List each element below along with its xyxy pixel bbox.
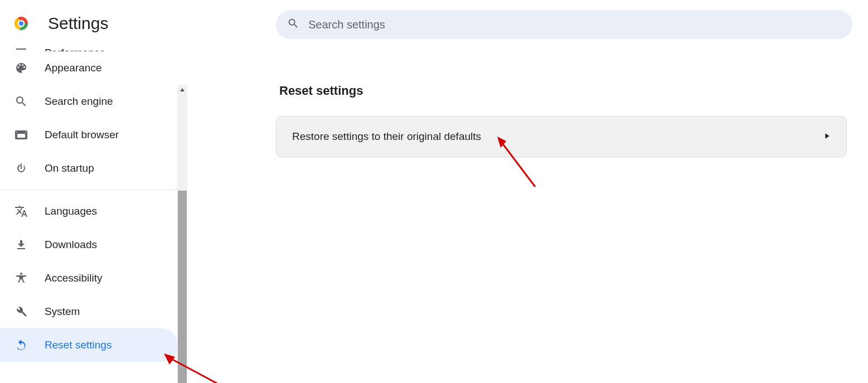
sidebar-item-label: Performance xyxy=(45,47,105,51)
section-title: Reset settings xyxy=(279,84,852,98)
wrench-icon xyxy=(14,305,28,318)
search-icon xyxy=(287,17,299,32)
scroll-up-arrow-icon[interactable] xyxy=(177,85,187,95)
sidebar-scrollbar[interactable] xyxy=(177,85,187,383)
browser-icon xyxy=(14,128,28,142)
app-title: Settings xyxy=(48,14,108,33)
sidebar-item-languages[interactable]: Languages xyxy=(0,195,178,228)
palette-icon xyxy=(14,61,28,75)
restore-defaults-label: Restore settings to their original defau… xyxy=(292,130,481,143)
sidebar-item-appearance[interactable]: Appearance xyxy=(0,51,178,85)
power-icon xyxy=(14,162,28,175)
sidebar-item-search-engine[interactable]: Search engine xyxy=(0,85,178,118)
translate-icon xyxy=(14,205,28,218)
sidebar-item-accessibility[interactable]: Accessibility xyxy=(0,261,178,295)
sidebar-item-label: Accessibility xyxy=(45,272,102,284)
download-icon xyxy=(14,238,28,251)
sidebar-item-downloads[interactable]: Downloads xyxy=(0,228,178,261)
sidebar-divider xyxy=(0,190,187,190)
sidebar-item-label: System xyxy=(45,306,80,318)
sidebar-item-label: Downloads xyxy=(45,239,97,251)
sidebar-item-label: Appearance xyxy=(45,62,101,74)
scrollbar-thumb[interactable] xyxy=(178,191,187,383)
main-content: Reset settings Restore settings to their… xyxy=(276,84,852,157)
sidebar-item-reset-settings[interactable]: Reset settings xyxy=(0,328,178,362)
svg-marker-3 xyxy=(180,88,185,91)
search-bar[interactable] xyxy=(276,10,852,39)
performance-icon xyxy=(14,46,28,51)
sidebar-item-label: Search engine xyxy=(45,95,113,108)
svg-marker-4 xyxy=(825,133,829,139)
sidebar: Performance Appearance Search engine Def… xyxy=(0,38,187,383)
sidebar-item-on-startup[interactable]: On startup xyxy=(0,152,178,185)
sidebar-item-performance[interactable]: Performance xyxy=(0,38,178,51)
accessibility-icon xyxy=(14,272,28,285)
reset-icon xyxy=(14,338,28,352)
sidebar-item-label: Default browser xyxy=(45,129,119,141)
sidebar-item-default-browser[interactable]: Default browser xyxy=(0,118,178,152)
sidebar-item-system[interactable]: System xyxy=(0,295,178,328)
sidebar-item-label: Reset settings xyxy=(45,339,111,351)
sidebar-item-label: On startup xyxy=(45,162,94,174)
chrome-logo-icon xyxy=(11,13,31,33)
search-input[interactable] xyxy=(307,18,841,32)
restore-defaults-row[interactable]: Restore settings to their original defau… xyxy=(276,116,847,157)
sidebar-item-label: Languages xyxy=(45,205,97,217)
search-icon xyxy=(14,95,28,108)
chevron-right-icon xyxy=(824,132,831,142)
